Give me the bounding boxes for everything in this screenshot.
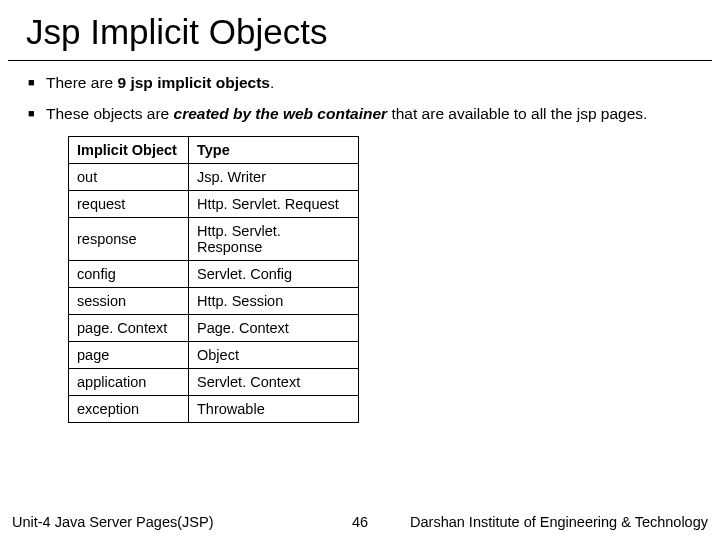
bullet-2: ■ These objects are created by the web c… (28, 104, 692, 123)
table-row: sessionHttp. Session (69, 287, 359, 314)
table-cell: Http. Session (189, 287, 359, 314)
table-cell: session (69, 287, 189, 314)
text-fragment: There are (46, 74, 118, 91)
implicit-objects-table-wrap: Implicit Object Type out Jsp. Writerrequ… (68, 136, 692, 423)
table-cell: Servlet. Config (189, 260, 359, 287)
table-row: exceptionThrowable (69, 395, 359, 422)
table-cell: page (69, 341, 189, 368)
table-header: Implicit Object (69, 136, 189, 163)
table-row: responseHttp. Servlet. Response (69, 217, 359, 260)
table-cell: Http. Servlet. Response (189, 217, 359, 260)
bullet-text: These objects are created by the web con… (46, 104, 647, 123)
footer-page-number: 46 (330, 514, 390, 530)
text-bold: 9 jsp implicit objects (118, 74, 270, 91)
bullet-marker: ■ (28, 73, 46, 90)
table-row: requestHttp. Servlet. Request (69, 190, 359, 217)
table-cell: Http. Servlet. Request (189, 190, 359, 217)
text-fragment: These objects are (46, 105, 174, 122)
table-cell: Page. Context (189, 314, 359, 341)
slide-content: ■ There are 9 jsp implicit objects. ■ Th… (0, 61, 720, 423)
table-cell: Servlet. Context (189, 368, 359, 395)
table-cell: Jsp. Writer (189, 163, 359, 190)
footer-left: Unit-4 Java Server Pages(JSP) (12, 514, 330, 530)
table-row: pageObject (69, 341, 359, 368)
table-row: applicationServlet. Context (69, 368, 359, 395)
text-fragment: . (270, 74, 274, 91)
implicit-objects-table: Implicit Object Type out Jsp. Writerrequ… (68, 136, 359, 423)
bullet-1: ■ There are 9 jsp implicit objects. (28, 73, 692, 92)
table-cell: out (69, 163, 189, 190)
table-header: Type (189, 136, 359, 163)
footer-right: Darshan Institute of Engineering & Techn… (390, 514, 708, 530)
slide-title: Jsp Implicit Objects (8, 0, 712, 61)
text-fragment: that are available to all the jsp pages. (387, 105, 647, 122)
table-cell: page. Context (69, 314, 189, 341)
slide-footer: Unit-4 Java Server Pages(JSP) 46 Darshan… (0, 514, 720, 530)
table-row: page. ContextPage. Context (69, 314, 359, 341)
table-cell: exception (69, 395, 189, 422)
table-header-row: Implicit Object Type (69, 136, 359, 163)
bullet-text: There are 9 jsp implicit objects. (46, 73, 274, 92)
table-cell: config (69, 260, 189, 287)
table-cell: response (69, 217, 189, 260)
table-cell: application (69, 368, 189, 395)
bullet-marker: ■ (28, 104, 46, 121)
table-cell: request (69, 190, 189, 217)
table-row: configServlet. Config (69, 260, 359, 287)
text-emphasis: created by the web container (174, 105, 388, 122)
table-cell: Object (189, 341, 359, 368)
table-row: out Jsp. Writer (69, 163, 359, 190)
table-cell: Throwable (189, 395, 359, 422)
